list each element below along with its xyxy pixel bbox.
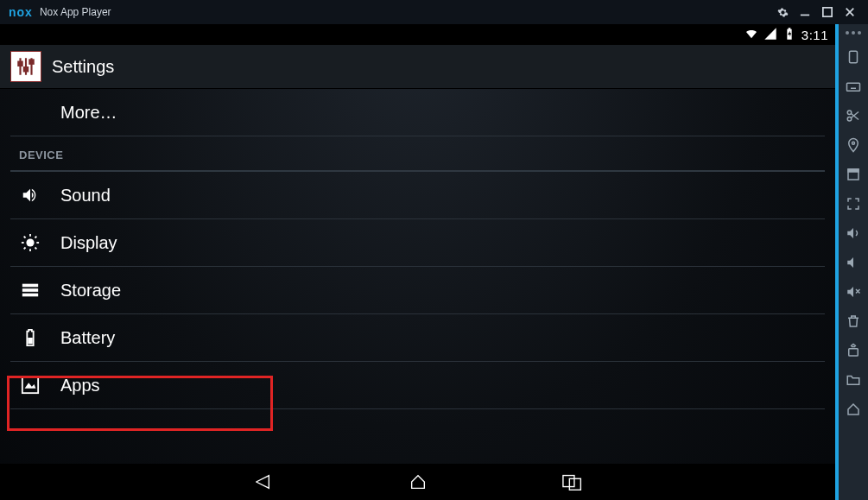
android-nav-bar (0, 464, 835, 500)
svg-line-16 (35, 237, 37, 238)
home-icon[interactable] (401, 470, 435, 494)
rotate-icon[interactable] (843, 47, 864, 67)
svg-point-8 (26, 238, 34, 246)
nox-logo: nox (9, 5, 33, 19)
row-label: Display (60, 233, 117, 253)
minimize-icon[interactable] (795, 3, 814, 22)
wifi-icon (744, 27, 758, 43)
window-title: Nox App Player (40, 6, 111, 18)
storage-icon (19, 281, 41, 300)
svg-rect-17 (22, 284, 38, 288)
svg-rect-7 (29, 60, 33, 63)
window-titlebar: nox Nox App Player (0, 0, 868, 24)
back-icon[interactable] (245, 470, 280, 494)
storage-item[interactable]: Storage (10, 267, 825, 314)
row-label: Apps (60, 376, 100, 396)
svg-line-13 (24, 237, 26, 238)
status-time: 3:11 (801, 28, 828, 42)
maximize-icon[interactable] (818, 3, 837, 22)
battery-icon (19, 328, 41, 347)
more-item[interactable]: More… (10, 89, 825, 136)
settings-app-icon (10, 51, 41, 82)
settings-title: Settings (52, 57, 114, 77)
svg-rect-6 (24, 67, 28, 71)
mute-icon[interactable] (843, 282, 864, 302)
signal-icon (763, 27, 777, 43)
emulator-viewport: 3:11 Settings More… DEVICE Sound (0, 24, 839, 500)
device-section-header: DEVICE (10, 136, 825, 172)
row-label: Battery (60, 328, 115, 348)
nox-tool-sidebar (839, 24, 868, 500)
apps-item[interactable]: Apps (10, 362, 825, 409)
home-emu-icon[interactable] (843, 399, 864, 420)
folder-icon[interactable] (843, 370, 864, 390)
location-icon[interactable] (843, 135, 864, 155)
svg-rect-25 (847, 83, 860, 91)
svg-point-35 (852, 142, 855, 144)
row-label: Sound (60, 186, 111, 206)
row-label: More… (60, 103, 117, 123)
sound-item[interactable]: Sound (10, 172, 825, 219)
volume-down-icon[interactable] (843, 252, 864, 273)
svg-rect-1 (823, 8, 832, 16)
display-icon (19, 233, 41, 252)
more-icon[interactable] (846, 31, 861, 35)
svg-rect-5 (18, 62, 22, 66)
volume-up-icon[interactable] (843, 223, 864, 244)
svg-rect-19 (22, 294, 38, 297)
svg-rect-18 (22, 288, 38, 292)
settings-list[interactable]: More… DEVICE Sound Display Storage (0, 89, 835, 464)
battery-charging-icon (782, 27, 796, 43)
svg-point-32 (847, 117, 852, 122)
svg-rect-24 (850, 51, 858, 63)
svg-rect-38 (849, 349, 858, 356)
battery-item[interactable]: Battery (10, 314, 825, 362)
trash-icon[interactable] (843, 311, 864, 332)
apk-install-icon[interactable] (843, 340, 864, 361)
sound-icon (19, 186, 41, 205)
svg-point-31 (847, 111, 852, 115)
nox-window: nox Nox App Player 3:11 (0, 0, 868, 500)
scissors-icon[interactable] (843, 105, 864, 126)
close-icon[interactable] (840, 3, 859, 22)
fullscreen-icon[interactable] (843, 193, 864, 214)
svg-rect-22 (562, 476, 573, 487)
display-item[interactable]: Display (10, 219, 825, 267)
row-label: Storage (60, 281, 121, 301)
svg-line-14 (35, 248, 37, 250)
apps-icon (19, 376, 41, 395)
svg-line-15 (24, 248, 26, 250)
recent-apps-icon[interactable] (556, 470, 591, 494)
gear-icon[interactable] (773, 3, 792, 22)
keyboard-icon[interactable] (843, 76, 864, 97)
svg-rect-37 (848, 169, 858, 172)
svg-rect-23 (569, 478, 580, 490)
settings-header: Settings (0, 45, 835, 89)
single-window-icon[interactable] (843, 164, 864, 185)
svg-rect-0 (801, 15, 809, 16)
svg-rect-20 (28, 338, 33, 344)
android-status-bar: 3:11 (0, 24, 835, 45)
